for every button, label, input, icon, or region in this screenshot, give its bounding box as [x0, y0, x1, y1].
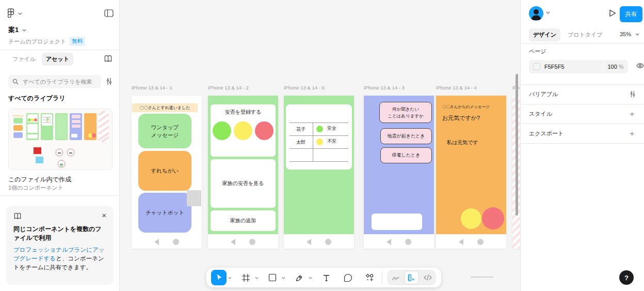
search-icon: [12, 79, 19, 85]
upsell-title: 同じコンポーネントを複数のファイルで利用: [13, 225, 106, 243]
frame-label[interactable]: iPhone 13 & 14 - 4: [436, 85, 477, 90]
chatbot-button[interactable]: チャットボット: [138, 193, 191, 233]
section-label: スタイル: [529, 110, 552, 118]
chevron-down-icon: [635, 33, 639, 36]
comment-tool-button[interactable]: [340, 270, 356, 285]
view-family-safety-card[interactable]: 家族の安否を見る: [211, 159, 276, 208]
color-hex: F5F5F5: [544, 64, 565, 70]
frame-label[interactable]: iPhone 13 & 14 - 2: [208, 85, 249, 90]
chevron-down-icon[interactable]: [253, 277, 260, 279]
filter-sliders-icon[interactable]: [106, 78, 112, 85]
table-line: [313, 122, 313, 161]
divider: [521, 143, 644, 144]
frame-iphone-2[interactable]: 安否を登録する 家族の安否を見る 家族の追加: [208, 96, 278, 249]
pen-tool-button[interactable]: [292, 270, 307, 285]
chat-input-box[interactable]: [372, 213, 422, 230]
table-line: [289, 135, 348, 136]
safety-table-card[interactable]: 花子 安全 太郎 不安: [286, 104, 352, 170]
table-line: [289, 148, 348, 149]
chevron-down-icon[interactable]: [546, 11, 550, 14]
plan-badge[interactable]: 無料: [69, 37, 85, 46]
chevron-down-icon[interactable]: [280, 277, 287, 279]
variables-section[interactable]: バリアブル: [521, 84, 644, 104]
close-icon[interactable]: ×: [102, 212, 106, 219]
chevron-down-icon[interactable]: [307, 277, 314, 279]
eye-icon[interactable]: [636, 63, 644, 69]
page-opacity-field[interactable]: 100 %: [603, 60, 628, 73]
tab-design[interactable]: デザイン: [529, 28, 560, 41]
toggle-sidebar-button[interactable]: [104, 9, 114, 17]
vertical-scrollbar[interactable]: [516, 74, 518, 216]
book-icon: [13, 212, 22, 220]
add-family-card[interactable]: 家族の追加: [211, 210, 276, 231]
library-thumbnail[interactable]: [8, 109, 112, 170]
back-icon: [231, 239, 235, 245]
toolbar: [206, 268, 441, 287]
move-tool-button[interactable]: [211, 270, 227, 285]
color-swatch[interactable]: [533, 63, 540, 70]
tab-assets[interactable]: アセット: [42, 53, 73, 66]
back-icon: [307, 239, 311, 245]
divider: [0, 50, 119, 50]
draw-mode-button[interactable]: [388, 271, 403, 284]
yellow-dot[interactable]: [461, 208, 481, 229]
red-dot[interactable]: [482, 207, 504, 229]
measure-mode-button[interactable]: [404, 271, 419, 284]
page-color-field[interactable]: F5F5F5: [529, 60, 603, 73]
filter-sliders-icon[interactable]: [630, 90, 636, 98]
back-icon: [459, 239, 463, 245]
plus-icon[interactable]: ＋: [628, 111, 636, 116]
toolbar-divider: [382, 271, 382, 284]
back-icon: [154, 239, 159, 245]
chevron-down-icon[interactable]: [227, 277, 233, 279]
help-button[interactable]: ?: [619, 270, 634, 285]
tab-files[interactable]: ファイル: [8, 53, 40, 66]
avatar[interactable]: [529, 6, 543, 21]
one-tap-message-button[interactable]: ワンタップ メッセージ: [138, 114, 191, 148]
register-safety-card[interactable]: 安否を登録する: [211, 104, 276, 157]
left-sidebar: 案1 チームのプロジェクト 無料 ファイル アセット すべてのライブラリ: [0, 0, 120, 291]
file-name-menu[interactable]: 案1: [8, 25, 26, 35]
surechigai-button[interactable]: すれちがい: [138, 151, 191, 191]
page-section-title: ページ: [529, 48, 546, 55]
dev-mode-button[interactable]: [420, 271, 435, 284]
frame-tool-button[interactable]: [238, 270, 253, 285]
export-section[interactable]: エクスポート ＋: [521, 124, 644, 143]
divider: [0, 195, 119, 196]
plus-icon[interactable]: ＋: [628, 131, 636, 136]
status-dot-green: [316, 126, 323, 132]
share-button[interactable]: 共有: [620, 6, 642, 22]
chat-bubble[interactable]: 何か聞きたい ことはありますか: [379, 102, 432, 123]
design-canvas[interactable]: iPhone 13 & 14 - 1 iPhone 13 & 14 - 2 iP…: [120, 0, 520, 291]
frame-iphone-1[interactable]: 〇〇さんとすれ違いました ワンタップ メッセージ すれちがい チャットボット: [132, 96, 202, 249]
text-tool-button[interactable]: [318, 270, 334, 285]
frame-iphone-4[interactable]: 〇〇さんからのメッセージ お元気ですか? 私は元気です: [436, 96, 506, 249]
chat-bubble[interactable]: 停電したとき: [380, 147, 432, 163]
table-status: 安全: [327, 125, 336, 132]
gray-square[interactable]: [187, 190, 201, 206]
status-dot-yellow[interactable]: [234, 121, 252, 140]
status-dot-red[interactable]: [255, 121, 273, 140]
created-in-file-title: このファイル内で作成: [8, 175, 71, 184]
actions-tool-button[interactable]: [362, 270, 377, 285]
frame-label[interactable]: iPhone 13 & 14 - 3: [364, 85, 405, 90]
frame-label[interactable]: iPhone 13 & 14 - 6: [284, 85, 325, 90]
collapsed-panel-handle[interactable]: [471, 277, 493, 278]
styles-section[interactable]: スタイル ＋: [521, 104, 644, 124]
zoom-menu[interactable]: 35%: [620, 31, 639, 37]
upsell-card: × 同じコンポーネントを複数のファイルで利用 プロフェッショナルプランにアップグ…: [6, 206, 114, 285]
component-count: 1個のコンポーネント: [8, 184, 63, 192]
table-name: 花子: [296, 126, 305, 133]
search-input[interactable]: [22, 78, 97, 85]
frame-label[interactable]: iPhone 13 & 14 - 1: [132, 85, 172, 90]
frame-iphone-3[interactable]: 何か聞きたい ことはありますか 地震が起きたとき 停電したとき: [364, 96, 434, 249]
status-dot-green[interactable]: [213, 121, 231, 140]
library-search[interactable]: [8, 75, 101, 88]
library-book-icon[interactable]: [104, 55, 112, 63]
main-menu[interactable]: [7, 8, 22, 19]
frame-iphone-6[interactable]: 花子 安全 太郎 不安: [284, 96, 354, 249]
shape-tool-button[interactable]: [265, 270, 280, 285]
chat-bubble[interactable]: 地震が起きたとき: [380, 128, 432, 144]
section-label: エクスポート: [529, 130, 564, 137]
tab-prototype[interactable]: プロトタイプ: [564, 28, 607, 41]
